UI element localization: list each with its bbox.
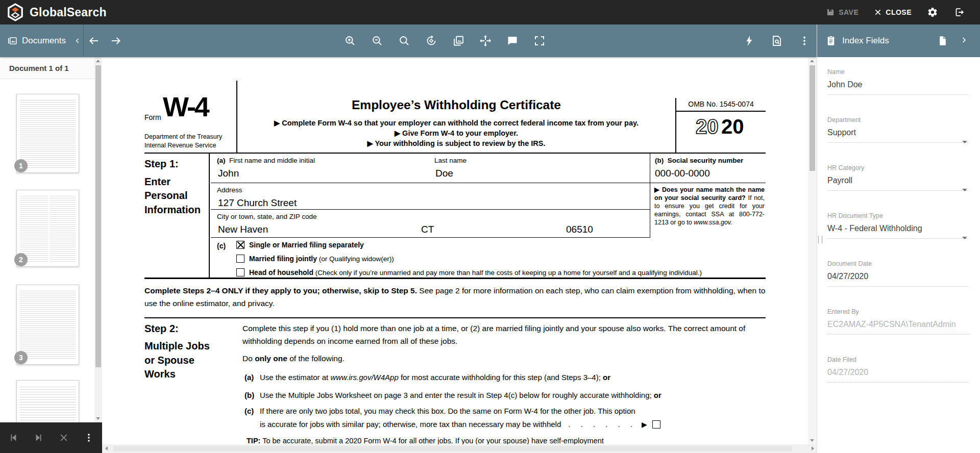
- address-value[interactable]: 127 Church Street: [211, 194, 650, 209]
- form-word: Form: [144, 113, 161, 121]
- field-value: EC2AMAZ-4P5CSNA\TenantAdmin: [827, 320, 969, 335]
- field-name[interactable]: Name John Doe: [827, 68, 969, 116]
- scroll-down-icon[interactable]: [810, 439, 814, 442]
- field-value[interactable]: Payroll: [827, 176, 969, 191]
- first-document-icon[interactable]: [8, 432, 19, 443]
- field-value[interactable]: John Doe: [827, 80, 969, 95]
- svg-text:20: 20: [721, 115, 744, 137]
- zoom-out-icon[interactable]: [371, 35, 383, 47]
- checkbox-single-checked[interactable]: [236, 241, 244, 249]
- page-thumbnail-2[interactable]: 2: [16, 190, 79, 267]
- scroll-down-icon[interactable]: [96, 417, 100, 420]
- scroll-up-icon[interactable]: [96, 60, 100, 62]
- copies-icon[interactable]: [452, 35, 464, 47]
- last-name-value[interactable]: Doe: [430, 164, 650, 179]
- clipboard-icon: [826, 35, 836, 46]
- w4-header: Form W-4 Department of the Treasury Inte…: [144, 77, 766, 154]
- back-arrow-icon[interactable]: [88, 35, 100, 47]
- dropdown-caret-icon[interactable]: [962, 237, 967, 239]
- step1-section: Step 1: Enter Personal Information (a) F…: [144, 154, 766, 279]
- page-number-badge: 1: [14, 159, 28, 172]
- dropdown-caret-icon[interactable]: [962, 189, 967, 191]
- first-name-value[interactable]: John: [211, 164, 430, 179]
- field-label: Entered By: [827, 308, 969, 315]
- new-page-icon[interactable]: [938, 36, 947, 46]
- document-pager: [0, 422, 102, 453]
- field-department[interactable]: Department Support: [827, 116, 969, 164]
- field-hr-category[interactable]: HR Category Payroll: [827, 164, 969, 212]
- thumbnail-preview: [20, 194, 76, 262]
- form-number: W-4: [163, 93, 208, 120]
- index-fields-panel: Index Fields Name John Doe Department Su…: [817, 24, 980, 453]
- checkbox-two-jobs[interactable]: [652, 420, 660, 429]
- scrollbar-thumb[interactable]: [95, 65, 101, 367]
- city-value[interactable]: New Haven: [218, 224, 268, 235]
- pager-more-options-icon[interactable]: [83, 432, 94, 443]
- app-title: GlobalSearch: [30, 6, 107, 19]
- thumbnail-preview: [20, 289, 76, 360]
- address-row: Address 127 Church Street: [211, 183, 650, 210]
- fullscreen-icon[interactable]: [533, 35, 546, 47]
- field-document-date[interactable]: Document Date 04/27/2020: [827, 260, 969, 308]
- dropdown-caret-icon[interactable]: [962, 141, 967, 143]
- rotate-icon[interactable]: [425, 35, 437, 47]
- annotation-icon[interactable]: [506, 35, 519, 47]
- state-value[interactable]: CT: [421, 224, 434, 235]
- pan-move-icon[interactable]: [479, 35, 492, 47]
- svg-text:20: 20: [696, 115, 719, 137]
- scrollbar-corner: [808, 444, 817, 453]
- ssn-value[interactable]: 000-00-0000: [650, 164, 766, 179]
- forward-arrow-icon[interactable]: [110, 35, 122, 47]
- close-icon: [874, 8, 882, 16]
- settings-gear-icon[interactable]: [927, 7, 938, 18]
- documents-label: Documents: [22, 36, 66, 46]
- field-label: HR Category: [827, 164, 969, 171]
- checkbox-head-of-household[interactable]: [236, 268, 244, 276]
- more-options-icon[interactable]: [798, 35, 811, 47]
- save-button[interactable]: SAVE: [826, 8, 859, 17]
- step2-section: Step 2: Multiple Jobs or Spouse Works Co…: [144, 318, 766, 453]
- field-value[interactable]: Support: [827, 128, 969, 143]
- save-icon: [826, 8, 835, 17]
- logout-icon[interactable]: [953, 7, 965, 18]
- field-value[interactable]: 04/27/2020: [827, 272, 969, 287]
- page-thumbnail-4[interactable]: 4: [16, 380, 79, 422]
- scroll-up-icon[interactable]: [810, 60, 814, 62]
- collapse-documents-icon[interactable]: [74, 37, 81, 44]
- scroll-left-icon[interactable]: [105, 446, 108, 450]
- city-row: City or town, state, and ZIP code New Ha…: [211, 210, 650, 238]
- page-thumbnail-1[interactable]: 1: [16, 94, 79, 173]
- scrollbar-thumb[interactable]: [113, 446, 792, 451]
- document-vertical-scrollbar[interactable]: [808, 57, 817, 444]
- panel-title: Index Fields: [842, 36, 889, 46]
- document-preview-icon[interactable]: [771, 35, 783, 47]
- scrollbar-thumb[interactable]: [810, 65, 815, 171]
- remove-document-icon[interactable]: [59, 433, 69, 443]
- field-value[interactable]: W-4 - Federal Withholding: [827, 224, 969, 239]
- search-icon[interactable]: [398, 35, 410, 47]
- step1-label: Step 1:: [144, 159, 179, 169]
- checkbox-married-jointly[interactable]: [236, 255, 244, 263]
- step2-do-line: Do only one of the following.: [242, 354, 345, 363]
- panel-resize-handle[interactable]: [818, 236, 822, 243]
- document-horizontal-scrollbar[interactable]: [102, 444, 808, 453]
- close-button[interactable]: CLOSE: [874, 8, 912, 16]
- last-document-icon[interactable]: [33, 432, 44, 443]
- zoom-in-icon[interactable]: [344, 35, 356, 47]
- thumbnail-sidebar: Document 1 of 1 1 2 3 4: [0, 57, 102, 453]
- field-hr-document-type[interactable]: HR Document Type W-4 - Federal Withholdi…: [827, 212, 969, 260]
- scroll-right-icon[interactable]: [812, 446, 814, 450]
- sidebar-scrollbar[interactable]: [94, 57, 102, 422]
- document-viewer[interactable]: Form W-4 Department of the Treasury Inte…: [102, 57, 808, 453]
- page-thumbnail-3[interactable]: 3: [16, 285, 79, 365]
- zip-value[interactable]: 06510: [566, 224, 593, 235]
- documents-tab[interactable]: Documents: [7, 24, 81, 57]
- quick-actions-icon[interactable]: [743, 35, 755, 47]
- ssn-note: ▶ Does your name match the name on your …: [650, 183, 766, 238]
- documents-icon: [7, 36, 17, 46]
- page-number-badge: 2: [14, 253, 28, 266]
- thumbnail-preview: [20, 98, 76, 168]
- collapse-panel-icon[interactable]: [960, 36, 968, 44]
- form-title: Employee’s Withholding Certificate: [237, 99, 675, 112]
- steps-2-4-note: Complete Steps 2–4 ONLY if they apply to…: [144, 279, 766, 318]
